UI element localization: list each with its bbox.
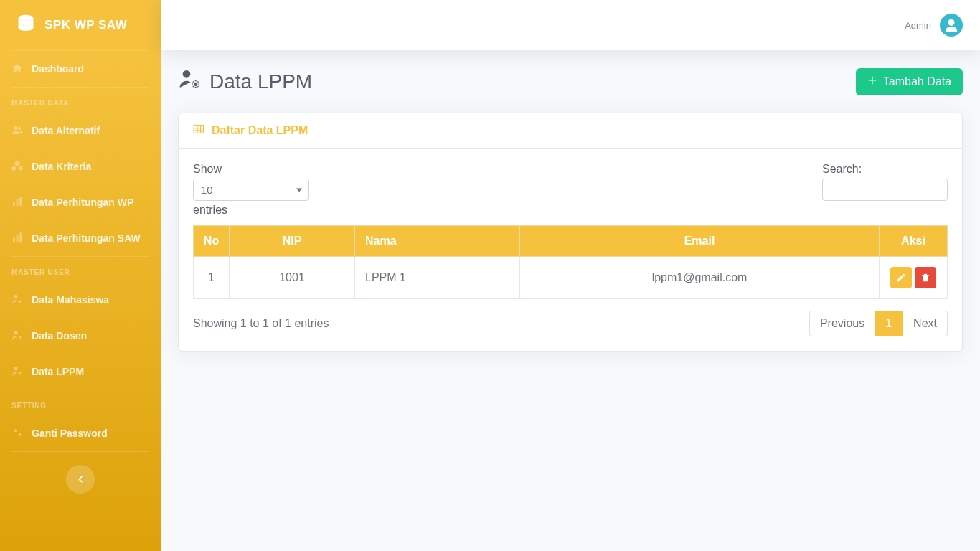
- sidebar-item-data-kriteria[interactable]: Data Kriteria: [0, 149, 161, 184]
- user-cog-icon: [11, 293, 24, 306]
- sidebar: SPK WP SAW Dashboard MASTER DATA Data Al…: [0, 0, 161, 551]
- user-cog-icon: [178, 67, 201, 95]
- table-info: Showing 1 to 1 of 1 entries: [193, 317, 329, 330]
- table-controls: Show 10 entries Search:: [193, 163, 948, 217]
- cell-email: lppm1@gmail.com: [520, 257, 880, 299]
- card-header: Daftar Data LPPM: [179, 113, 962, 149]
- svg-rect-8: [19, 232, 22, 242]
- pagination-page-1[interactable]: 1: [875, 311, 903, 336]
- sidebar-heading-master-user: MASTER USER: [0, 257, 161, 282]
- svg-point-17: [948, 19, 954, 26]
- svg-rect-7: [17, 235, 19, 242]
- entries-label: entries: [193, 204, 309, 217]
- svg-point-13: [14, 367, 17, 370]
- svg-rect-6: [13, 237, 15, 242]
- nav-label: Data Perhitungan SAW: [32, 232, 141, 244]
- nav-label: Data Perhitungan WP: [32, 197, 133, 208]
- avatar: [940, 14, 963, 37]
- length-control: Show 10 entries: [193, 163, 309, 217]
- nav-label: Dashboard: [32, 63, 84, 75]
- brand-title: SPK WP SAW: [44, 18, 127, 32]
- svg-rect-4: [17, 199, 19, 206]
- sidebar-item-data-alternatif[interactable]: Data Alternatif: [0, 113, 161, 149]
- nav-label: Data Kriteria: [32, 161, 91, 172]
- cogs-icon: [11, 427, 24, 440]
- pagination-next[interactable]: Next: [903, 311, 948, 336]
- divider: [11, 451, 149, 452]
- search-control: Search:: [822, 163, 948, 217]
- edit-button[interactable]: [890, 267, 912, 288]
- content: Admin Data LPPM Tambah Data: [161, 0, 980, 551]
- svg-point-12: [19, 336, 22, 339]
- data-table: No NIP Nama Email Aksi 1 1001 LPPM 1 lpp: [193, 225, 948, 299]
- svg-rect-5: [19, 197, 22, 206]
- svg-point-11: [14, 331, 17, 334]
- cell-no: 1: [194, 257, 230, 299]
- svg-point-0: [19, 14, 34, 20]
- chart-bar-icon: [11, 196, 24, 209]
- nav-label: Data LPPM: [32, 366, 84, 377]
- sidebar-heading-setting: SETTING: [0, 390, 161, 415]
- col-aksi[interactable]: Aksi: [880, 226, 948, 257]
- chart-bar-icon: [11, 232, 24, 245]
- home-icon: [11, 62, 24, 75]
- svg-rect-3: [13, 202, 15, 206]
- col-no[interactable]: No: [194, 226, 230, 257]
- database-icon: [16, 14, 36, 37]
- card-title: Daftar Data LPPM: [212, 124, 308, 137]
- page-title-text: Data LPPM: [209, 70, 312, 93]
- svg-point-16: [18, 433, 21, 436]
- user-menu[interactable]: Admin: [905, 14, 963, 37]
- page-title: Data LPPM: [178, 67, 312, 95]
- svg-point-10: [19, 301, 22, 303]
- sidebar-item-data-dosen[interactable]: Data Dosen: [0, 318, 161, 354]
- col-nama[interactable]: Nama: [355, 226, 520, 257]
- search-input[interactable]: [822, 179, 948, 201]
- col-email[interactable]: Email: [520, 226, 880, 257]
- nav-label: Ganti Password: [32, 428, 108, 439]
- pagination-prev[interactable]: Previous: [809, 311, 875, 336]
- card-body: Show 10 entries Search:: [179, 149, 962, 351]
- nav-label: Data Mahasiswa: [32, 294, 109, 306]
- sidebar-item-dashboard[interactable]: Dashboard: [0, 51, 161, 87]
- sidebar-item-data-mahasiswa[interactable]: Data Mahasiswa: [0, 282, 161, 318]
- delete-button[interactable]: [915, 267, 936, 288]
- username: Admin: [905, 20, 931, 31]
- chevron-left-icon: [75, 474, 85, 484]
- cell-nip: 1001: [230, 257, 355, 299]
- cell-actions: [880, 257, 948, 299]
- svg-point-9: [14, 295, 17, 298]
- table-footer: Showing 1 to 1 of 1 entries Previous 1 N…: [193, 311, 948, 336]
- table-row: 1 1001 LPPM 1 lppm1@gmail.com: [194, 257, 948, 299]
- add-data-button[interactable]: Tambah Data: [856, 68, 963, 95]
- page-header: Data LPPM Tambah Data: [178, 67, 963, 95]
- svg-point-18: [183, 70, 191, 78]
- user-cog-icon: [11, 365, 24, 378]
- svg-point-15: [14, 429, 17, 432]
- length-select[interactable]: 10: [193, 179, 309, 201]
- edit-icon: [896, 273, 906, 283]
- sidebar-item-data-lppm[interactable]: Data LPPM: [0, 354, 161, 390]
- add-button-label: Tambah Data: [883, 75, 951, 88]
- table-icon: [193, 123, 204, 138]
- svg-point-1: [14, 126, 17, 130]
- trash-icon: [920, 273, 930, 283]
- col-nip[interactable]: NIP: [230, 226, 355, 257]
- sidebar-item-perhitungan-wp[interactable]: Data Perhitungan WP: [0, 184, 161, 220]
- user-icon: [943, 17, 959, 33]
- nav-label: Data Dosen: [32, 330, 87, 342]
- user-cog-icon: [11, 329, 24, 342]
- show-label: Show: [193, 163, 309, 176]
- sidebar-item-perhitungan-saw[interactable]: Data Perhitungan SAW: [0, 220, 161, 256]
- plus-icon: [867, 75, 877, 88]
- search-label: Search:: [822, 163, 948, 176]
- svg-point-14: [19, 372, 22, 375]
- svg-point-19: [194, 83, 197, 86]
- sidebar-item-ganti-password[interactable]: Ganti Password: [0, 415, 161, 451]
- pagination: Previous 1 Next: [809, 311, 948, 336]
- brand-link[interactable]: SPK WP SAW: [0, 0, 161, 50]
- topbar: Admin: [161, 0, 980, 50]
- table-header-row: No NIP Nama Email Aksi: [194, 226, 948, 257]
- sidebar-heading-master-data: MASTER DATA: [0, 88, 161, 113]
- sidebar-collapse-button[interactable]: [66, 465, 95, 494]
